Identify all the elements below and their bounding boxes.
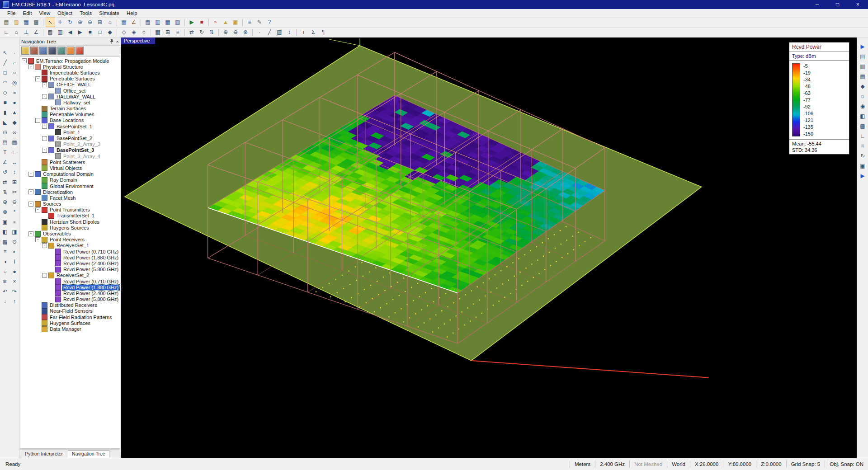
tree-expander-icon[interactable]: - [42,243,47,248]
distribute-tool-icon[interactable]: ◨ [10,227,19,237]
draw-arc-icon[interactable]: ◠ [0,78,10,88]
parameter-sweep-icon[interactable]: ▤ [143,18,153,27]
background-icon[interactable]: ▩ [858,122,868,131]
view-iso-icon[interactable]: ◆ [858,82,868,91]
light-icon[interactable]: ☼ [858,92,868,101]
tree-item[interactable]: Rcvd Power (2.400 GHz) [20,290,120,296]
emferma-module-icon[interactable] [75,47,84,55]
view-iso-icon[interactable]: ◆ [105,28,115,37]
layer-tool-icon[interactable]: ≡ [0,247,10,257]
tree-item[interactable]: -Base Locations [20,118,120,123]
tree-item[interactable]: Office_set [20,88,120,94]
tree-item[interactable]: Far-Field Radiation Patterns [20,314,120,320]
tree-expander-icon[interactable]: - [35,207,40,212]
group-tool-icon[interactable]: ▣ [0,217,10,227]
show-object-icon[interactable]: ● [10,267,19,277]
tree-item[interactable]: Rcvd Power (0.710 GHz) [20,278,120,284]
script-editor-icon[interactable]: ✎ [255,18,264,27]
draw-ellipse-icon[interactable]: ◎ [10,78,19,88]
tree-item[interactable]: -Observables [20,230,120,236]
flip-normal-icon[interactable]: ↕ [285,28,294,37]
plot-3d-icon[interactable]: ▲ [221,18,231,27]
pin-icon[interactable] [109,39,114,44]
import-icon[interactable]: ↓ [0,297,10,306]
array-copy-icon[interactable]: ⇄ [187,28,197,37]
python-console-icon[interactable]: ≡ [245,18,255,27]
snap-settings-icon[interactable]: ⊞ [163,28,173,37]
tree-item[interactable]: -Point Receivers [20,237,120,243]
draw-prism-icon[interactable]: ◆ [10,118,19,127]
vertex-edit-icon[interactable]: ∙ [255,28,264,37]
redo-icon[interactable]: ↷ [10,287,19,296]
draw-polyline-icon[interactable]: ⌐ [10,58,19,68]
edge-edit-icon[interactable]: ╱ [265,28,274,37]
tree-item[interactable]: Rcvd Power (1.880 GHz) [20,284,120,290]
grid-settings-icon[interactable]: ▦ [153,28,163,37]
run-simulation-icon[interactable]: ▶ [187,18,197,27]
tree-item[interactable]: Point_1 [20,129,120,135]
tree-item[interactable]: Near-Field Sensors [20,308,120,314]
tree-item[interactable]: Point Scatterers [20,159,120,165]
emlibera-module-icon[interactable] [57,47,66,55]
boolean-union-icon[interactable]: ⊕ [221,28,231,37]
tree-expander-icon[interactable]: - [42,273,47,278]
run-macro-icon[interactable]: ▶ [858,42,868,52]
maximize-button[interactable]: □ [827,0,848,9]
tree-item[interactable]: Huygens Surfaces [20,320,120,326]
tree-item[interactable]: Global Environment [20,183,120,189]
menu-edit[interactable]: Edit [19,10,36,16]
scale-tool-icon[interactable]: ↕ [10,168,19,177]
tree-item[interactable]: Hertzian Short Dipoles [20,219,120,225]
dimension-tool-icon[interactable]: ∟ [10,148,19,157]
select-object-icon[interactable]: ↖ [0,48,10,58]
new-project-icon[interactable]: ▤ [2,18,11,27]
measure-tool-icon[interactable]: ∠ [0,158,10,167]
select-cursor-icon[interactable]: ↖ [46,18,55,27]
mirror-tool-icon[interactable]: ⇄ [0,178,10,187]
shaded-view-icon[interactable]: ◈ [129,28,139,37]
tree-expander-icon[interactable]: - [35,76,40,81]
panel-tab-navigation-tree[interactable]: Navigation Tree [68,450,109,458]
tree-item[interactable]: Data Manager [20,326,120,332]
axes-toggle-icon[interactable]: ∟ [858,132,868,141]
tree-item[interactable]: Rcvd Power (5.800 GHz) [20,296,120,302]
trim-tool-icon[interactable]: ✂ [10,188,19,197]
zoom-out-icon[interactable]: ⊖ [85,18,95,27]
tree-expander-icon[interactable]: - [35,237,40,242]
output-table-icon[interactable]: ▦ [163,18,173,27]
union-tool-icon[interactable]: ⊕ [0,197,10,207]
hidden-line-icon[interactable]: ○ [139,28,149,37]
tree-expander-icon[interactable]: - [42,124,47,129]
view-back-icon[interactable]: □ [95,28,105,37]
emtempo-module-icon[interactable] [48,47,57,55]
view-label[interactable]: Perspective [121,38,155,44]
stop-simulation-icon[interactable]: ■ [197,18,207,27]
array-tool-icon[interactable]: ⊞ [10,178,19,187]
mirror-3d-icon[interactable]: ⇅ [207,28,217,37]
rotate-view-icon[interactable]: ↻ [66,18,75,27]
print-icon[interactable]: ▩ [32,18,41,27]
menu-help[interactable]: Help [123,10,141,16]
help-icon[interactable]: ? [265,18,274,27]
zoom-window-icon[interactable]: ⊞ [95,18,105,27]
tree-item[interactable]: Rcvd Power (5.800 GHz) [20,267,120,273]
pan-icon[interactable]: ✛ [56,18,65,27]
ruler-icon[interactable]: ≡ [858,141,868,151]
intersect-tool-icon[interactable]: ⊗ [0,207,10,217]
tree-item[interactable]: Facet Mesh [20,195,120,201]
draw-polygon-icon[interactable]: ◇ [0,88,10,98]
face-edit-icon[interactable]: ▨ [275,28,284,37]
tree-item[interactable]: -Point Transmitters [20,207,120,213]
view-left-icon[interactable]: ◀ [66,28,75,37]
export-icon[interactable]: ↑ [10,297,19,306]
scene-canvas[interactable] [121,38,857,458]
tree-item[interactable]: Rcvd Power (2.400 GHz) [20,260,120,266]
local-coords-icon[interactable]: ∟ [2,28,11,37]
tree-expander-icon[interactable]: - [28,172,33,177]
move-tool-icon[interactable]: ↔ [10,158,19,167]
units-icon[interactable]: ≡ [173,28,183,37]
snap-grid-icon[interactable]: ▩ [0,237,10,247]
global-coords-icon[interactable]: ⌂ [12,28,21,37]
tree-item[interactable]: TransmitterSet_1 [20,213,120,219]
draw-cone-icon[interactable]: ▲ [10,108,19,118]
